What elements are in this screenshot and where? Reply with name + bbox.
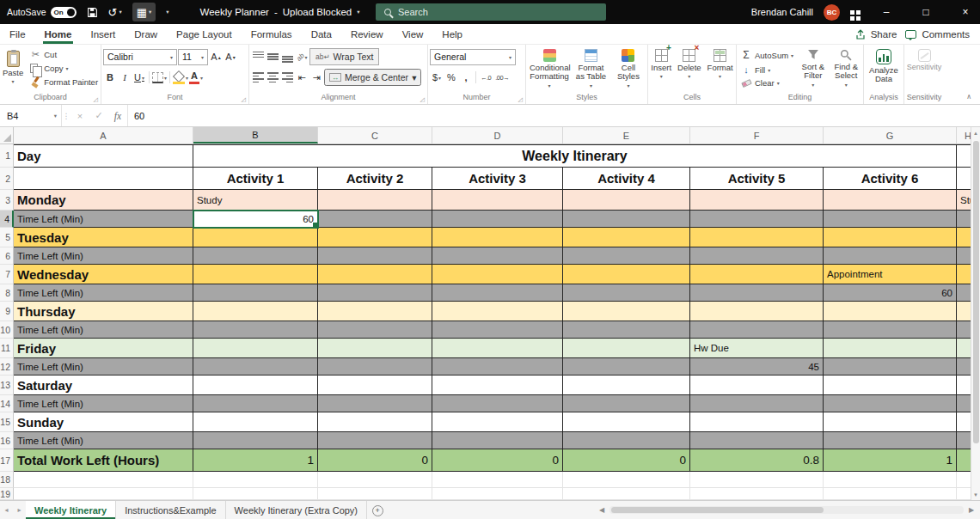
cell-C5[interactable] (318, 228, 432, 247)
cell-B16[interactable] (193, 432, 318, 449)
row-header-12[interactable]: 12 (0, 358, 14, 376)
row-header-8[interactable]: 8 (0, 284, 14, 302)
align-center-button[interactable] (266, 70, 279, 86)
cell-F9[interactable] (690, 302, 824, 321)
cell-D17[interactable]: 0 (432, 449, 563, 472)
cell-F14[interactable] (690, 395, 824, 412)
insert-cells-button[interactable]: Insert ▾ (649, 47, 673, 82)
cell-B11[interactable] (193, 339, 318, 358)
cell-B10[interactable] (193, 321, 318, 339)
cell-E10[interactable] (563, 321, 690, 339)
cell-F12[interactable]: 45 (690, 358, 824, 376)
row-header-5[interactable]: 5 (0, 228, 14, 247)
cell-B1[interactable]: Weekly Itinerary (193, 144, 957, 168)
sensitivity-button[interactable]: Sensitivity (905, 47, 944, 74)
cell-D11[interactable] (432, 339, 563, 358)
cell-C6[interactable] (318, 247, 432, 265)
fill-button[interactable]: ↓Fill▾ (738, 64, 795, 76)
format-painter-button[interactable]: Format Painter (28, 76, 100, 88)
column-header-E[interactable]: E (563, 127, 690, 143)
cell-C11[interactable] (318, 339, 432, 358)
cell-G9[interactable] (824, 302, 957, 321)
row-header-18[interactable]: 18 (0, 472, 14, 488)
cell-G19[interactable] (824, 488, 957, 500)
row-header-17[interactable]: 17 (0, 449, 14, 472)
cell-A9[interactable]: Thursday (14, 302, 193, 321)
align-left-button[interactable] (251, 70, 265, 86)
cell-A14[interactable]: Time Left (Min) (14, 395, 193, 412)
maximize-button[interactable]: □ (911, 0, 940, 24)
cell-E3[interactable] (563, 190, 690, 211)
format-cells-button[interactable]: Format ▾ (706, 47, 735, 82)
row-header-2[interactable]: 2 (0, 168, 14, 190)
cell-A2[interactable] (14, 168, 193, 190)
cell-styles-button[interactable]: Cell Styles ▾ (611, 47, 646, 90)
cell-C10[interactable] (318, 321, 432, 339)
cell-A19[interactable] (14, 488, 193, 500)
font-size-select[interactable]: 11▾ (178, 49, 208, 65)
cancel-entry-button[interactable]: × (70, 105, 89, 126)
cell-C8[interactable] (318, 284, 432, 302)
row-header-10[interactable]: 10 (0, 321, 14, 339)
sheet-tab-instructions-example[interactable]: Instructions&Example (116, 501, 225, 519)
insert-function-button[interactable]: fx (108, 105, 127, 126)
cell-D5[interactable] (432, 228, 563, 247)
find-select-button[interactable]: Find & Select ▾ (831, 47, 861, 89)
cell-C18[interactable] (318, 472, 432, 488)
cell-D9[interactable] (432, 302, 563, 321)
analyze-data-button[interactable]: Analyze Data (866, 47, 902, 86)
cell-F15[interactable] (690, 412, 824, 432)
cell-G15[interactable] (824, 412, 957, 432)
cell-B9[interactable] (193, 302, 318, 321)
format-as-table-button[interactable]: Format as Table ▾ (573, 47, 609, 90)
cell-A17[interactable]: Total Work Left (Hours) (14, 449, 193, 472)
cell-D2[interactable]: Activity 3 (432, 168, 563, 190)
cell-A12[interactable]: Time Left (Min) (14, 358, 193, 376)
decrease-font-button[interactable]: A▾ (224, 49, 237, 65)
cell-D18[interactable] (432, 472, 563, 488)
align-right-button[interactable] (280, 70, 294, 86)
cell-D12[interactable] (432, 358, 563, 376)
cell-E12[interactable] (563, 358, 690, 376)
column-header-B[interactable]: B (193, 127, 318, 143)
decrease-indent-button[interactable]: ⇤ (295, 70, 309, 86)
cell-E18[interactable] (563, 472, 690, 488)
cell-E5[interactable] (563, 228, 690, 247)
collapse-ribbon-button[interactable]: ∧ (966, 93, 971, 101)
cell-C7[interactable] (318, 265, 432, 284)
cell-B12[interactable] (193, 358, 318, 376)
sheet-tab-weekly-itinerary[interactable]: Weekly Itinerary (26, 501, 116, 519)
cell-A10[interactable]: Time Left (Min) (14, 321, 193, 339)
sheet-nav-right-icon[interactable]: ▸ (13, 501, 26, 519)
cell-D4[interactable] (432, 211, 563, 228)
clipboard-dialog-launcher[interactable]: ◿ (94, 96, 98, 103)
cell-C16[interactable] (318, 432, 432, 449)
autosave-control[interactable]: AutoSave On (7, 7, 77, 18)
cell-G13[interactable] (824, 376, 957, 395)
cell-E14[interactable] (563, 395, 690, 412)
cell-E4[interactable] (563, 211, 690, 228)
cell-C12[interactable] (318, 358, 432, 376)
ribbon-tab-draw[interactable]: Draw (125, 24, 167, 44)
cell-E19[interactable] (563, 488, 690, 500)
alignment-dialog-launcher[interactable]: ◿ (420, 96, 425, 103)
cell-F5[interactable] (690, 228, 824, 247)
row-header-3[interactable]: 3 (0, 190, 14, 211)
cell-A8[interactable]: Time Left (Min) (14, 284, 193, 302)
cell-B19[interactable] (193, 488, 318, 500)
cell-G10[interactable] (824, 321, 957, 339)
ribbon-tab-home[interactable]: Home (35, 24, 82, 44)
cell-B5[interactable] (193, 228, 318, 247)
row-header-9[interactable]: 9 (0, 302, 14, 321)
app-launcher-icon[interactable] (850, 10, 854, 15)
cell-E7[interactable] (563, 265, 690, 284)
cell-E11[interactable] (563, 339, 690, 358)
cell-C19[interactable] (318, 488, 432, 500)
percent-button[interactable]: % (444, 70, 458, 86)
cell-B2[interactable]: Activity 1 (193, 168, 318, 190)
row-header-1[interactable]: 1 (0, 144, 14, 168)
row-header-6[interactable]: 6 (0, 247, 14, 265)
cell-F18[interactable] (690, 472, 824, 488)
cell-C14[interactable] (318, 395, 432, 412)
cell-A1[interactable]: Day (14, 144, 193, 168)
